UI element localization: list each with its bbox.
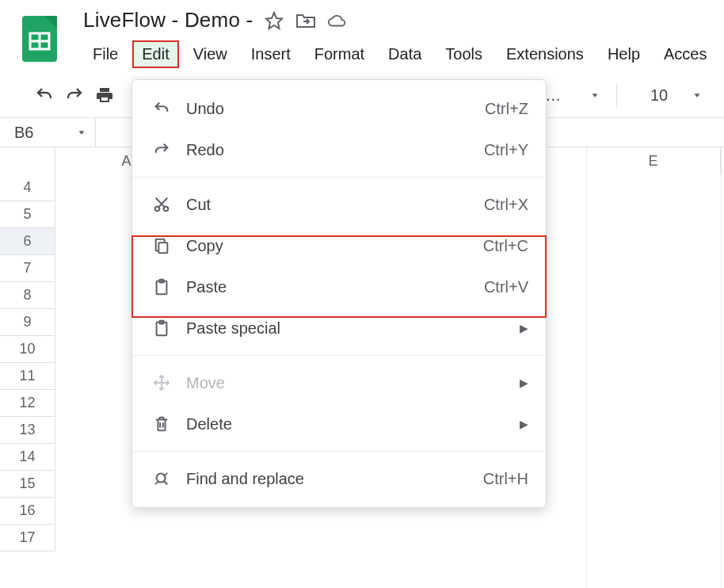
submenu-indicator-icon: ▶ [520,376,528,389]
font-size-value: 10 [650,86,668,105]
menu-separator [132,355,546,356]
menu-edit[interactable]: Edit [132,40,178,68]
menu-item-label: Move [186,374,225,392]
column-header-E[interactable]: E [586,147,721,174]
menu-item-label: Find and replace [186,470,304,488]
paste-icon [150,275,173,299]
row-header-8[interactable]: 8 [0,282,55,309]
svg-marker-6 [593,94,598,97]
redo-icon[interactable] [63,84,86,106]
menu-item-shortcut: Ctrl+H [483,470,528,488]
menu-file[interactable]: File [83,40,128,68]
menu-insert[interactable]: Insert [242,40,300,68]
cut-icon [150,193,173,216]
row-header-10[interactable]: 10 [0,336,55,363]
row-header-5[interactable]: 5 [0,201,55,228]
menu-separator [132,177,546,178]
menu-item-label: Cut [186,196,211,214]
menu-item-cut[interactable]: Cut Ctrl+X [132,184,546,225]
menu-item-label: Delete [186,415,232,433]
row-headers: 4567891011121314151617 [0,174,55,552]
menu-format[interactable]: Format [305,40,374,68]
menu-item-find-replace[interactable]: Find and replace Ctrl+H [132,458,546,499]
svg-line-19 [164,481,167,484]
menu-item-shortcut: Ctrl+Y [484,141,528,159]
menu-item-shortcut: Ctrl+Z [485,100,528,118]
row-header-13[interactable]: 13 [0,417,55,444]
menu-item-label: Redo [186,141,224,159]
chevron-down-icon [589,90,600,101]
select-all-corner[interactable] [0,147,55,174]
menu-item-move: Move ▶ [132,362,546,403]
svg-rect-13 [158,242,167,253]
copy-icon [150,234,173,258]
menu-item-delete[interactable]: Delete ▶ [132,403,546,445]
menu-extensions[interactable]: Extensions [497,40,593,68]
menu-separator [132,451,546,452]
header: LiveFlow - Demo - File Edit View Insert … [0,0,724,68]
svg-point-9 [155,207,160,212]
menu-item-undo[interactable]: Undo Ctrl+Z [132,88,546,129]
paste-special-icon [150,316,173,340]
star-icon[interactable] [264,10,284,31]
menu-view[interactable]: View [184,40,237,68]
menu-item-redo[interactable]: Redo Ctrl+Y [132,129,546,170]
svg-point-10 [164,207,169,212]
menu-item-paste-special[interactable]: Paste special ▶ [132,307,546,349]
cloud-status-icon[interactable] [327,10,348,31]
chevron-down-icon [692,90,703,101]
row-header-14[interactable]: 14 [0,444,55,471]
undo-icon[interactable] [33,84,55,106]
toolbar-divider [616,83,617,107]
menu-help[interactable]: Help [598,40,650,68]
chevron-down-icon [76,127,87,138]
divider [95,118,96,147]
menu-item-shortcut: Ctrl+X [484,196,528,214]
row-header-11[interactable]: 11 [0,363,55,390]
row-header-12[interactable]: 12 [0,390,55,417]
redo-icon [150,138,173,162]
row-header-7[interactable]: 7 [0,255,55,282]
menu-data[interactable]: Data [379,40,431,68]
name-box[interactable]: B6 [0,124,95,142]
edit-menu-dropdown: Undo Ctrl+Z Redo Ctrl+Y Cut Ctrl+X Copy … [131,79,547,508]
menu-item-label: Paste [186,278,227,296]
find-replace-icon [150,467,173,491]
menu-item-label: Undo [186,100,224,118]
menu-tools[interactable]: Tools [436,40,492,68]
menu-item-shortcut: Ctrl+C [483,237,528,255]
move-icon [150,371,173,395]
doc-title[interactable]: LiveFlow - Demo - [83,8,253,32]
menu-accessibility[interactable]: Acces [654,40,716,68]
undo-icon [150,97,173,120]
menu-item-copy[interactable]: Copy Ctrl+C [132,225,546,266]
row-header-15[interactable]: 15 [0,471,55,498]
svg-marker-7 [695,94,700,97]
svg-marker-5 [266,13,282,29]
gridline [586,147,587,588]
menu-item-label: Paste special [186,319,280,338]
font-size-dropdown[interactable]: 10 [650,86,703,105]
submenu-indicator-icon: ▶ [520,418,528,430]
menu-item-label: Copy [186,237,223,255]
submenu-indicator-icon: ▶ [520,322,528,334]
gridline [721,147,722,588]
row-header-6[interactable]: 6 [0,228,55,255]
menu-item-paste[interactable]: Paste Ctrl+V [132,266,546,307]
row-header-17[interactable]: 17 [0,525,55,552]
row-header-9[interactable]: 9 [0,309,55,336]
name-box-value: B6 [14,124,33,142]
move-folder-icon[interactable] [295,10,316,31]
menu-item-shortcut: Ctrl+V [484,278,528,296]
row-header-4[interactable]: 4 [0,174,55,201]
sheets-logo[interactable] [20,14,59,63]
delete-icon [150,412,173,436]
print-icon[interactable] [93,84,116,106]
menubar: File Edit View Insert Format Data Tools … [83,40,716,68]
svg-marker-8 [79,131,85,135]
row-header-16[interactable]: 16 [0,498,55,525]
